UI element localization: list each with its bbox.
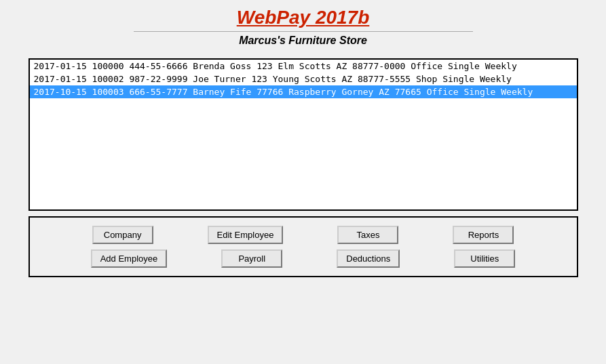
company-name: Marcus's Furniture Store xyxy=(134,35,473,47)
payroll-button[interactable]: Payroll xyxy=(221,249,282,268)
utilities-button[interactable]: Utilities xyxy=(454,249,515,268)
list-item[interactable]: 2017-01-15 100000 444-55-6666 Brenda Gos… xyxy=(30,60,577,73)
button-row-2: Add Employee Payroll Deductions Utilitie… xyxy=(91,249,516,268)
employee-list: 2017-01-15 100000 444-55-6666 Brenda Gos… xyxy=(30,60,577,98)
list-item[interactable]: 2017-10-15 100003 666-55-7777 Barney Fif… xyxy=(30,85,577,98)
divider xyxy=(134,31,473,32)
button-row-1: Company Edit Employee Taxes Reports xyxy=(92,226,514,244)
app-title: WebPay 2017b xyxy=(134,7,473,28)
list-item[interactable]: 2017-01-15 100002 987-22-9999 Joe Turner… xyxy=(30,73,577,85)
page-container: WebPay 2017b Marcus's Furniture Store 20… xyxy=(0,0,606,364)
reports-button[interactable]: Reports xyxy=(453,226,514,244)
employee-list-container[interactable]: 2017-01-15 100000 444-55-6666 Brenda Gos… xyxy=(29,58,578,211)
buttons-container: Company Edit Employee Taxes Reports Add … xyxy=(29,216,578,277)
company-button[interactable]: Company xyxy=(92,226,153,244)
deductions-button[interactable]: Deductions xyxy=(337,249,400,268)
edit-employee-button[interactable]: Edit Employee xyxy=(208,226,284,244)
taxes-button[interactable]: Taxes xyxy=(337,226,398,244)
header: WebPay 2017b Marcus's Furniture Store xyxy=(134,7,473,47)
add-employee-button[interactable]: Add Employee xyxy=(91,249,168,268)
